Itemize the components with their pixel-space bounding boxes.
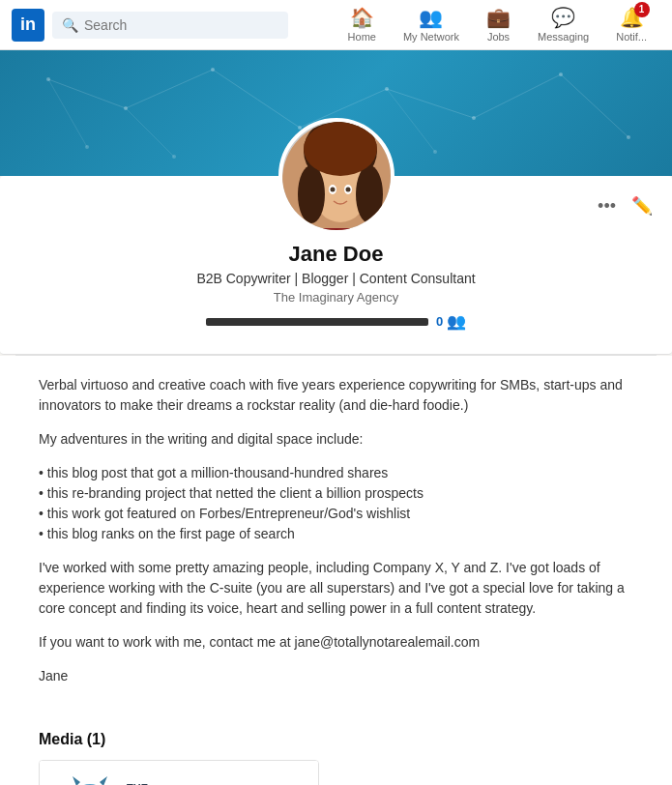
profile-headline: B2B Copywriter | Blogger | Content Consu… bbox=[0, 271, 672, 286]
svg-line-12 bbox=[387, 89, 474, 118]
nav-my-network[interactable]: 👥 My Network bbox=[390, 2, 473, 48]
nav-messaging[interactable]: 💬 Messaging bbox=[524, 2, 602, 48]
nav-network-label: My Network bbox=[403, 31, 459, 43]
avatar-image bbox=[282, 122, 394, 234]
svg-point-28 bbox=[356, 165, 383, 223]
nav-jobs[interactable]: 💼 Jobs bbox=[473, 2, 524, 48]
svg-line-22 bbox=[387, 89, 435, 152]
connections-count: 0 bbox=[436, 314, 443, 329]
svg-line-9 bbox=[126, 70, 213, 108]
svg-rect-34 bbox=[307, 228, 374, 234]
svg-point-29 bbox=[304, 122, 377, 176]
nav-messaging-label: Messaging bbox=[538, 31, 589, 43]
profile-info-section: ••• ✏️ Jane Doe B2B Copywriter | Blogger… bbox=[0, 176, 672, 355]
nav-jobs-label: Jobs bbox=[487, 31, 510, 43]
svg-line-13 bbox=[474, 74, 561, 118]
svg-line-8 bbox=[48, 79, 126, 108]
home-icon: 🏠 bbox=[350, 6, 374, 29]
media-section: Media (1) bbox=[0, 715, 672, 785]
connections-bar: 0 👥 bbox=[0, 312, 672, 331]
more-icon: ••• bbox=[598, 196, 616, 216]
svg-rect-35 bbox=[40, 761, 318, 785]
nav-notifications[interactable]: 🔔 1 Notif... bbox=[602, 2, 660, 48]
linkedin-logo[interactable]: in bbox=[12, 9, 44, 42]
avatar-container bbox=[278, 118, 394, 234]
profile-company: The Imaginary Agency bbox=[0, 290, 672, 305]
search-bar[interactable]: 🔍 bbox=[52, 12, 288, 39]
profile-card: ••• ✏️ Jane Doe B2B Copywriter | Blogger… bbox=[0, 50, 672, 355]
media-section-title: Media (1) bbox=[39, 731, 633, 748]
profile-name: Jane Doe bbox=[0, 242, 672, 267]
connections-people-icon: 👥 bbox=[447, 312, 466, 331]
connections-progress-bar bbox=[206, 318, 428, 326]
about-paragraph-1: Verbal virtuoso and creative coach with … bbox=[39, 375, 633, 416]
edit-profile-button[interactable]: ✏️ bbox=[628, 191, 657, 220]
about-paragraph-5: If you want to work with me, contact me … bbox=[39, 632, 633, 653]
svg-line-19 bbox=[48, 79, 87, 147]
about-section: Verbal virtuoso and creative coach with … bbox=[0, 356, 672, 715]
about-paragraph-2: My adventures in the writing and digital… bbox=[39, 429, 633, 450]
nav-notif-label: Notif... bbox=[616, 31, 647, 43]
top-navigation: in 🔍 🏠 Home 👥 My Network 💼 Jobs 💬 Messag… bbox=[0, 0, 672, 50]
messaging-icon: 💬 bbox=[551, 6, 575, 29]
npp-image: THE NO PANTS PROJECT Zero to Full Time F… bbox=[40, 761, 318, 785]
search-icon: 🔍 bbox=[62, 17, 78, 33]
nav-home-label: Home bbox=[348, 31, 376, 43]
nav-items: 🏠 Home 👥 My Network 💼 Jobs 💬 Messaging 🔔… bbox=[335, 2, 660, 48]
svg-line-14 bbox=[561, 74, 628, 137]
nav-home[interactable]: 🏠 Home bbox=[335, 2, 390, 48]
network-icon: 👥 bbox=[419, 6, 443, 29]
jobs-icon: 💼 bbox=[486, 6, 511, 29]
media-thumbnail: THE NO PANTS PROJECT Zero to Full Time F… bbox=[40, 761, 318, 785]
about-paragraph-3: • this blog post that got a million-thou… bbox=[39, 463, 633, 544]
svg-point-32 bbox=[330, 188, 335, 192]
more-options-button[interactable]: ••• bbox=[594, 191, 620, 220]
profile-actions: ••• ✏️ bbox=[594, 191, 657, 220]
svg-point-27 bbox=[298, 165, 325, 223]
edit-icon: ✏️ bbox=[631, 196, 653, 216]
about-paragraph-4: I've worked with some pretty amazing peo… bbox=[39, 558, 633, 619]
avatar bbox=[278, 118, 394, 234]
notifications-icon: 🔔 1 bbox=[620, 6, 644, 29]
notification-badge: 1 bbox=[634, 2, 650, 17]
media-item-npp[interactable]: THE NO PANTS PROJECT Zero to Full Time F… bbox=[39, 760, 319, 785]
svg-line-20 bbox=[126, 108, 174, 157]
about-signature: Jane bbox=[39, 666, 633, 686]
svg-point-33 bbox=[345, 188, 350, 192]
search-input[interactable] bbox=[84, 17, 278, 33]
